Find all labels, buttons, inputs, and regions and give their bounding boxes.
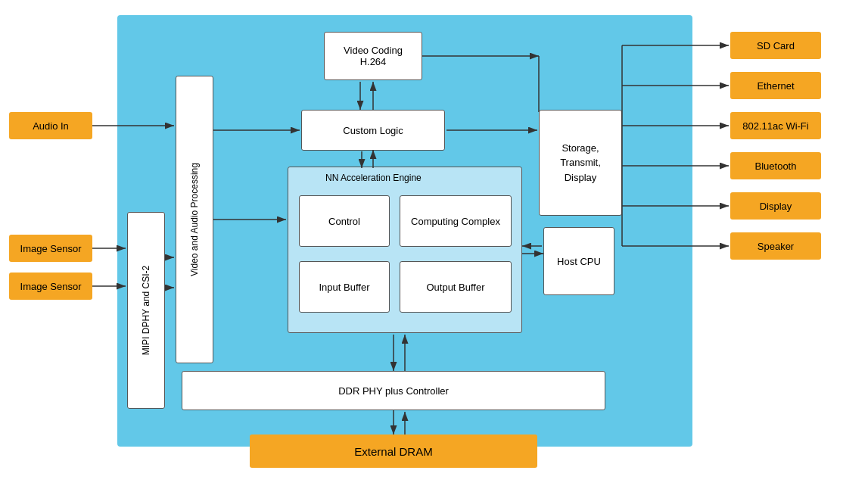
sd-card-box: SD Card (730, 32, 821, 59)
external-dram-box: External DRAM (250, 434, 537, 468)
host-cpu-box: Host CPU (543, 227, 614, 295)
bluetooth-box: Bluetooth (730, 152, 821, 179)
computing-complex-box: Computing Complex (400, 195, 512, 247)
ethernet-box: Ethernet (730, 72, 821, 99)
video-audio-box: Video and Audio Processing (176, 76, 213, 363)
image-sensor1-box: Image Sensor (9, 235, 92, 262)
control-box: Control (299, 195, 390, 247)
output-buffer-box: Output Buffer (400, 261, 512, 313)
display-box: Display (730, 192, 821, 220)
video-coding-box: Video Coding H.264 (324, 32, 422, 80)
custom-logic-box: Custom Logic (301, 110, 445, 151)
wifi-box: 802.11ac Wi-Fi (730, 112, 821, 139)
mipi-label: MIPI DPHY and CSI-2 (141, 220, 151, 401)
storage-box: Storage, Transmit, Display (539, 110, 622, 216)
diagram-container: Audio In Image Sensor Image Sensor MIPI … (0, 0, 868, 489)
mipi-box: MIPI DPHY and CSI-2 (127, 212, 165, 409)
image-sensor2-box: Image Sensor (9, 273, 92, 300)
input-buffer-box: Input Buffer (299, 261, 390, 313)
nn-engine-label: NN Acceleration Engine (325, 173, 422, 183)
ddr-phy-box: DDR PHY plus Controller (182, 371, 605, 410)
speaker-box: Speaker (730, 232, 821, 260)
audio-in-box: Audio In (9, 112, 92, 139)
video-audio-label: Video and Audio Processing (189, 83, 200, 356)
